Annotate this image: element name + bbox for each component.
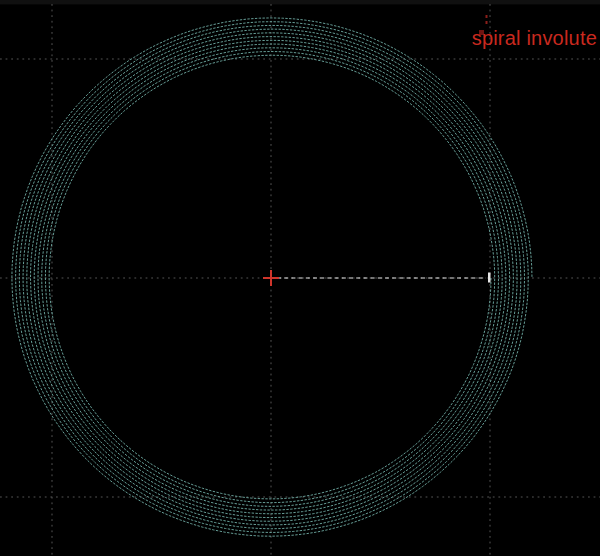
spiral-start-marker <box>488 273 491 283</box>
drawing-label-text: spiral involute <box>472 27 597 50</box>
cad-viewport[interactable]: spiral involute <box>0 0 600 556</box>
drawing-canvas[interactable] <box>0 0 600 556</box>
center-crosshair-icon <box>263 270 279 286</box>
